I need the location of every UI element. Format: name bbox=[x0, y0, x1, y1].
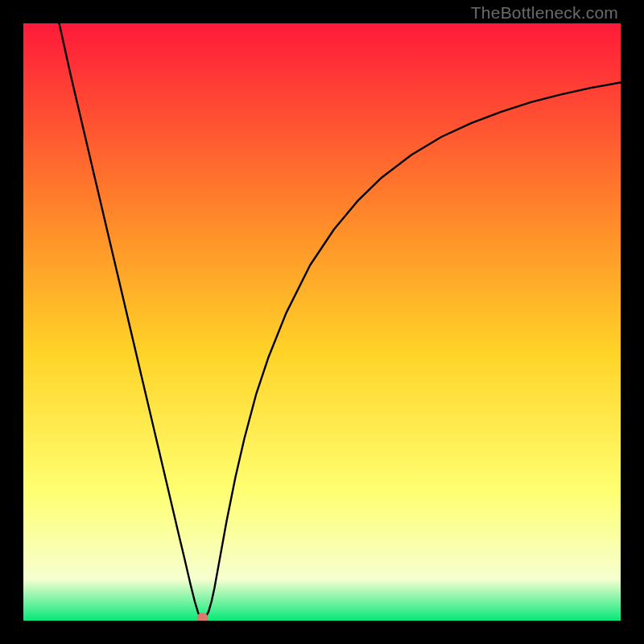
chart-frame bbox=[23, 23, 621, 621]
watermark-text: TheBottleneck.com bbox=[471, 3, 618, 23]
chart-svg bbox=[23, 23, 621, 621]
gradient-background bbox=[23, 23, 621, 621]
